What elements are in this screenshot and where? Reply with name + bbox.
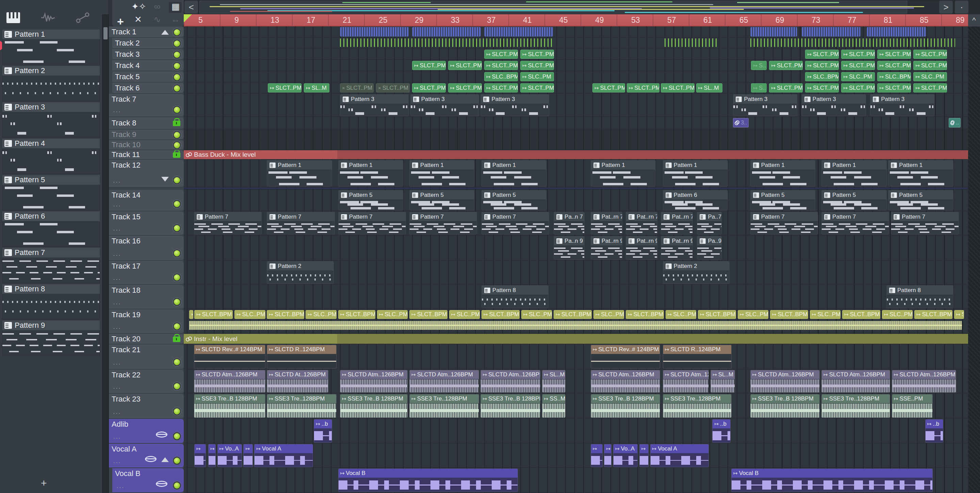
audio-clip[interactable]: ↦SL..M <box>696 83 723 92</box>
track-name-cell-track-16[interactable]: Track 16··· <box>109 236 184 260</box>
track-name-cell-track-10[interactable]: Track 10 <box>109 140 184 150</box>
audio-clip[interactable]: ↦SSE3 Tre..B 128BPM <box>750 394 820 418</box>
pattern-clip[interactable]: Pattern 1 <box>663 160 728 187</box>
pattern-clip[interactable]: Pattern 3 <box>480 94 549 116</box>
scroll-right-button[interactable]: > <box>939 1 953 14</box>
pattern-clip[interactable]: Pattern 8 <box>482 285 549 308</box>
audio-clip[interactable]: ↦ <box>604 444 611 467</box>
track-mute-led[interactable] <box>173 322 181 330</box>
audio-clip[interactable]: ↦SLCTD Atm..126BPM <box>194 370 266 393</box>
audio-clip[interactable]: ↦SLCT..PM <box>627 83 659 92</box>
track-name-cell-track-7[interactable]: Track 7··· <box>109 94 184 117</box>
track-mute-led[interactable] <box>173 249 181 257</box>
audio-clip[interactable]: ↦SLCT..BPM <box>770 310 808 319</box>
track-name-cell-track-5[interactable]: Track 5 <box>112 71 184 82</box>
pattern-clip[interactable]: Pa..7 <box>697 212 721 235</box>
audio-clip[interactable]: ↦SSE3 Tre..B 128BPM <box>194 394 266 418</box>
pattern-clip[interactable]: Pattern 6 <box>663 190 728 211</box>
audio-clip[interactable]: ↦S.. <box>751 61 767 70</box>
audio-clip[interactable]: ↦SLCTD Atm..126BPM <box>480 370 540 393</box>
pattern-clip[interactable]: Pattern 1 <box>888 160 953 187</box>
track-mute-led[interactable] <box>173 482 181 490</box>
audio-clip[interactable]: ↦SLCT..BPM <box>409 310 447 319</box>
audio-clip-sliced[interactable] <box>802 27 861 37</box>
pattern-clip[interactable]: Pat..rn 9 <box>626 236 657 260</box>
audio-clip[interactable]: ↦SLCT..PM <box>412 61 446 70</box>
audio-clip-sliced[interactable] <box>484 27 553 37</box>
audio-clip[interactable]: ↦SLCT..PM <box>769 61 803 70</box>
grid-row-track-23[interactable]: ↦SSE3 Tre..B 128BPM↦SSE3 Tre..128BPM↦SSE… <box>184 394 968 418</box>
audio-clip[interactable]: ↦SLCT..PM <box>913 83 947 92</box>
pattern-clip[interactable]: Pa..n 9 <box>554 236 585 260</box>
curve-icon[interactable]: ∿ <box>150 14 164 25</box>
pattern-clip[interactable]: Pat..rn 7 <box>626 212 657 235</box>
audio-clip[interactable]: ↦SLCT..BPM <box>482 310 520 319</box>
grid-row-track-8[interactable]: 3.... <box>184 117 968 129</box>
pattern-item[interactable]: Pattern 3 <box>2 102 100 138</box>
track-name-cell-track-6[interactable]: Track 6 <box>112 82 184 94</box>
waveform-icon[interactable] <box>41 12 55 24</box>
pattern-panel-scrollbar[interactable] <box>102 14 108 493</box>
pattern-clip[interactable]: Pattern 2 <box>267 261 334 284</box>
grid-row-track-18[interactable]: Pattern 8Pattern 8 <box>184 285 968 309</box>
pattern-clip[interactable]: Pattern 3 <box>340 94 409 116</box>
pattern-clip[interactable]: Pattern 7 <box>891 212 959 235</box>
audio-clip[interactable]: ↦SLCTD Atm..126BPM <box>663 370 709 393</box>
pattern-clip[interactable]: Pattern 7 <box>267 212 334 235</box>
audio-clip[interactable]: ↦SLCT..PM <box>805 50 839 59</box>
audio-clip[interactable]: ↦SLCT..BPM <box>194 310 233 319</box>
audio-clip[interactable]: ↦ <box>591 444 603 467</box>
link-icon[interactable]: ∞ <box>150 2 164 12</box>
audio-clip[interactable]: ↦SLCT..PM <box>520 61 554 70</box>
track-mute-led[interactable] <box>173 224 181 232</box>
audio-clip[interactable]: ↦ <box>640 444 649 467</box>
audio-clip[interactable]: ↦SLC..PM <box>954 310 964 319</box>
track-lock-icon[interactable] <box>173 121 180 126</box>
audio-clip[interactable]: ↦SLCT..PM <box>268 83 301 92</box>
piano-icon[interactable]: ▦ <box>169 2 182 12</box>
audio-clip[interactable]: ×SLCT..PM <box>376 83 410 92</box>
grid-row-track-6[interactable]: ↦SLCT..PM↦SL..M×SLCT..PM×SLCT..PM↦SLCT..… <box>184 82 968 94</box>
audio-clip[interactable]: ↦SLC..PM <box>305 310 337 319</box>
audio-clip[interactable]: ↦SSE3 Tre..128BPM <box>663 394 732 418</box>
audio-clip[interactable]: ↦SSE3 Tre..128BPM <box>409 394 479 418</box>
track-name-cell-track-4[interactable]: Track 4 <box>112 60 184 71</box>
track-mute-led[interactable] <box>173 176 181 184</box>
grid-row-track-17[interactable]: Pattern 2Pattern 2 <box>184 261 968 285</box>
audio-clip[interactable]: ↦SL..M <box>711 370 735 393</box>
track-name-cell-track-18[interactable]: Track 18··· <box>109 285 184 309</box>
automation-row-instr-mix-level[interactable]: Instr - Mix level <box>184 334 337 344</box>
scroll-up-button[interactable]: ^ <box>968 14 980 27</box>
audio-clip[interactable]: ↦Vocal B <box>731 469 933 492</box>
grid-row-track-14[interactable]: Pattern 5Pattern 5Pattern 5Pattern 6Patt… <box>184 190 968 211</box>
audio-clip[interactable]: ↦SLCT..PM <box>877 61 911 70</box>
audio-clip[interactable]: ↦SLCTD Atm..126BPM <box>821 370 890 393</box>
grid-row-track-22[interactable]: ↦SLCTD Atm..126BPM↦SLCTD At..126BPM↦SLCT… <box>184 369 968 393</box>
audio-clip[interactable]: ↦SLCT..PM <box>841 61 875 70</box>
audio-clip[interactable]: ↦SLCTD Rev..# 124BPM <box>591 345 660 369</box>
audio-clip[interactable]: ↦ <box>189 310 193 319</box>
audio-clip[interactable]: ↦SLCT..PM <box>805 83 839 92</box>
pattern-clip[interactable]: Pattern 3 <box>410 94 479 116</box>
pattern-clip[interactable]: Pattern 8 <box>886 285 953 308</box>
automation-row-tail[interactable] <box>337 150 968 159</box>
track-mute-led[interactable] <box>173 28 181 36</box>
track-name-cell-track-22[interactable]: Track 22··· <box>109 369 184 393</box>
audio-clip[interactable]: ↦SLCT..PM <box>841 83 875 92</box>
audio-clip[interactable]: ↦SSE3 Tre..128BPM <box>821 394 890 418</box>
pattern-item[interactable]: Pattern 7 <box>2 247 100 283</box>
pattern-clip[interactable]: Pat..rn 9 <box>661 236 692 260</box>
audio-clip[interactable]: ↦SLC..PM <box>841 72 875 81</box>
pattern-clip[interactable]: Pat..rn 7 <box>661 212 692 235</box>
piano-icon[interactable] <box>6 12 21 24</box>
audio-clip[interactable]: ↦SLCT..PM <box>661 83 695 92</box>
link-icon[interactable] <box>76 12 90 24</box>
grid-row-vocal-a[interactable]: ↦↦↦Vo..A↦↦Vocal A↦↦↦Vo..A↦↦Vocal A <box>184 444 968 468</box>
audio-clip[interactable]: ↦SLCT..PM <box>412 83 446 92</box>
track-name-cell-track-15[interactable]: Track 15··· <box>109 211 184 235</box>
grid-row-track-19[interactable]: ↦↦SLCT..BPM↦SLC..PM↦SLCT..BPM↦SLC..PM↦SL… <box>184 309 968 333</box>
audio-clip[interactable]: ↦SLCT..PM <box>913 61 947 70</box>
automation-clip[interactable]: .. <box>949 118 961 127</box>
track-name-cell-track-9[interactable]: Track 9 <box>109 130 184 140</box>
track-name-cell-vocal-b[interactable]: Vocal B··· <box>112 468 184 493</box>
